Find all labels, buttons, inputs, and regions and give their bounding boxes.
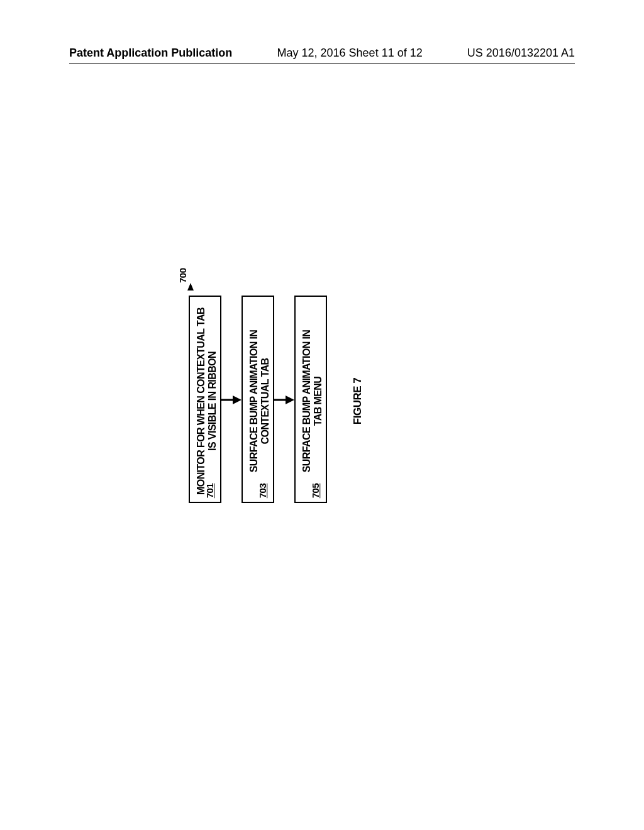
ref-arrow-icon xyxy=(187,282,196,290)
header-center: May 12, 2016 Sheet 11 of 12 xyxy=(277,47,423,60)
flow-box-701-num: 701 xyxy=(204,484,215,499)
figure-caption: FIGURE 7 xyxy=(352,378,364,424)
arrow-703-705-icon xyxy=(274,394,294,406)
svg-marker-2 xyxy=(233,396,242,404)
flow-box-705: SURFACE BUMP ANIMATION IN TAB MENU 705 xyxy=(294,296,327,503)
arrow-701-703-icon xyxy=(221,394,242,406)
header-left: Patent Application Publication xyxy=(69,47,232,60)
flow-box-701-text: MONITOR FOR WHEN CONTEXTUAL TAB IS VISIB… xyxy=(196,297,218,505)
flow-box-703: SURFACE BUMP ANIMATION IN CONTEXTUAL TAB… xyxy=(242,296,274,503)
svg-marker-4 xyxy=(286,396,294,404)
flow-box-705-text: SURFACE BUMP ANIMATION IN TAB MENU xyxy=(301,297,324,505)
flowchart-700: 700 MONITOR FOR WHEN CONTEXTUAL TAB IS V… xyxy=(189,296,402,509)
page-header: Patent Application Publication May 12, 2… xyxy=(69,47,575,60)
flow-box-703-num: 703 xyxy=(257,484,268,499)
flow-box-705-num: 705 xyxy=(310,484,321,499)
header-rule xyxy=(69,63,575,64)
header-right: US 2016/0132201 A1 xyxy=(467,47,575,60)
flow-box-701: MONITOR FOR WHEN CONTEXTUAL TAB IS VISIB… xyxy=(189,296,221,503)
ref-label-700: 700 xyxy=(177,268,188,283)
svg-marker-0 xyxy=(187,283,194,290)
flow-box-703-text: SURFACE BUMP ANIMATION IN CONTEXTUAL TAB xyxy=(248,297,271,505)
